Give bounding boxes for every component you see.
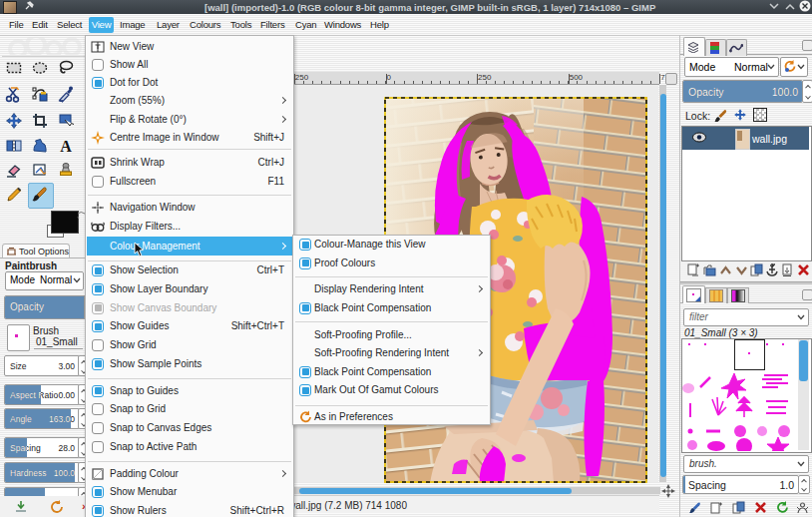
- svg-text:A: A: [60, 138, 72, 155]
